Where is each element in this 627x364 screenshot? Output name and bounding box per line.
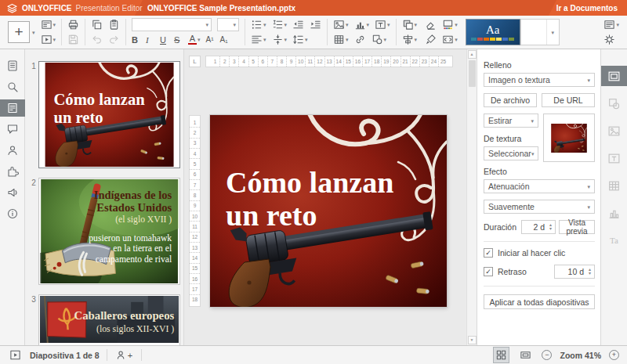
print-button[interactable] [67, 19, 79, 31]
theme-preview[interactable]: Aa [466, 19, 520, 45]
strikeout-button[interactable]: S [174, 34, 183, 46]
zoom-in-button[interactable]: + [609, 350, 619, 360]
document-tab[interactable]: ONLYOFFICE Sample Presentation.pptx [135, 0, 556, 16]
tab-chart-settings[interactable] [601, 203, 627, 223]
insert-table-button[interactable]: ▾ [333, 34, 349, 46]
change-layout-button[interactable]: ▾ [41, 19, 56, 31]
ruler-horizontal[interactable]: 1234567891011121314151617181920212223242… [205, 56, 453, 67]
view-settings-button[interactable]: ▾ [603, 19, 619, 31]
save-button[interactable] [67, 34, 79, 46]
clear-style-button[interactable] [425, 19, 437, 31]
delay-spinner[interactable]: 10 d ▴▾ [554, 265, 595, 279]
ruler-vertical[interactable]: 123456789101112131415161718 [189, 115, 201, 307]
chevron-down-icon[interactable]: ▾ [206, 22, 209, 27]
start-slideshow-status-button[interactable] [8, 348, 23, 362]
font-name-input[interactable] [135, 20, 205, 29]
sidebar-item-file[interactable] [0, 57, 25, 74]
chat-user-icon [6, 144, 19, 157]
numbering-button[interactable]: ▾ [272, 19, 288, 31]
insert-shape-button[interactable]: ▾ [371, 34, 387, 46]
horizontal-align-button[interactable]: ▾ [251, 34, 266, 46]
vertical-align-button[interactable]: ▾ [272, 34, 288, 46]
sidebar-item-search[interactable] [0, 78, 25, 96]
sidebar-item-comments[interactable] [0, 121, 25, 138]
delay-checkbox[interactable]: ✓ [484, 267, 493, 276]
canvas-scrollbar[interactable]: ▲ ▼ [466, 49, 477, 345]
add-user-button[interactable]: + [114, 348, 134, 362]
apply-to-all-slides-button[interactable]: Aplicar a todas diapositivas [484, 294, 595, 309]
sidebar-item-about[interactable] [0, 205, 25, 222]
add-slide-button[interactable]: + [8, 21, 30, 43]
slide-thumbnail-2[interactable]: Indígenas de los Estados Unidos (el sigl… [38, 178, 180, 285]
fit-width-view-button[interactable] [517, 347, 534, 363]
arrange-shapes-button[interactable]: ▾ [402, 19, 418, 31]
tab-text-settings[interactable] [601, 148, 627, 168]
tab-textart-settings[interactable]: Ta [601, 230, 627, 250]
stretch-select[interactable]: Estirar ▾ [484, 114, 538, 128]
chevron-down-icon[interactable]: ▾ [551, 30, 554, 35]
font-size-combo[interactable]: ▾ [217, 18, 239, 31]
slide-thumbnail-1[interactable]: Cómo lanzan un reto [38, 61, 180, 168]
advanced-settings-button[interactable] [603, 34, 615, 46]
start-slideshow-button[interactable]: ▾ [41, 34, 56, 46]
undo-button[interactable] [91, 34, 103, 46]
texture-select[interactable]: Seleccionar ▾ [484, 146, 538, 160]
font-size-input[interactable] [220, 20, 233, 29]
line-spacing-button[interactable]: ▾ [292, 34, 308, 46]
duration-spinner[interactable]: 2 d ▴▾ [521, 220, 556, 234]
copy-style-button[interactable] [425, 34, 437, 46]
scrollbar-thumb[interactable] [469, 60, 476, 87]
font-color-button[interactable]: A ▾ [188, 34, 201, 46]
color-scheme-button[interactable]: ▾ [442, 19, 458, 31]
start-on-click-checkbox[interactable]: ✓ [484, 248, 493, 258]
chevron-down-icon[interactable]: ▾ [234, 22, 237, 27]
insert-hyperlink-button[interactable] [354, 34, 366, 46]
theme-gallery-dropdown[interactable]: ▾ [520, 19, 560, 45]
slide-size-button[interactable]: ▾ [442, 34, 458, 46]
chevron-down-icon[interactable]: ▾ [198, 37, 201, 42]
sidebar-item-chat[interactable] [0, 142, 25, 159]
bold-button[interactable]: B [132, 34, 140, 46]
insert-textbox-button[interactable]: ▾ [375, 19, 390, 31]
insert-chart-button[interactable]: ▾ [354, 19, 370, 31]
subscript-button[interactable]: A₁ [220, 34, 229, 46]
chevron-down-icon[interactable]: ▾ [32, 30, 35, 35]
sidebar-item-feedback[interactable] [0, 184, 25, 201]
tab-table-settings[interactable] [601, 175, 627, 196]
preview-button[interactable]: Vista previa [559, 220, 595, 234]
font-name-combo[interactable]: ▾ [132, 18, 212, 31]
go-to-documents-link[interactable]: Ir a Documentos [556, 4, 627, 13]
spin-down-icon[interactable]: ▾ [549, 227, 552, 231]
current-slide[interactable]: Cómo lanzan un reto [210, 115, 447, 307]
from-url-button[interactable]: De URL [542, 93, 595, 107]
insert-image-button[interactable]: ▾ [333, 19, 349, 31]
tab-slide-settings[interactable] [601, 66, 627, 86]
align-shapes-button[interactable]: ▾ [402, 34, 418, 46]
increase-indent-button[interactable] [310, 19, 321, 31]
italic-button[interactable]: I [146, 34, 154, 46]
superscript-button[interactable]: A¹ [206, 34, 215, 46]
tab-image-settings[interactable] [601, 121, 627, 141]
spin-down-icon[interactable]: ▾ [589, 272, 591, 276]
paste-button[interactable] [108, 19, 120, 31]
scroll-up-icon[interactable]: ▲ [468, 50, 477, 59]
tab-shape-settings[interactable] [601, 93, 627, 114]
from-file-button[interactable]: De archivo [484, 93, 537, 107]
effect-type-select[interactable]: Atenuación ▾ [484, 179, 595, 193]
settings-group: ▾ [600, 19, 623, 46]
decrease-indent-button[interactable] [292, 19, 304, 31]
scroll-down-icon[interactable]: ▼ [468, 336, 477, 344]
ruler-corner[interactable]: L [189, 56, 201, 67]
redo-button[interactable] [108, 34, 120, 46]
zoom-out-button[interactable]: − [542, 350, 552, 360]
sidebar-item-plugins[interactable] [0, 163, 25, 180]
underline-button[interactable]: U [160, 34, 169, 46]
bullets-button[interactable]: ▾ [251, 19, 266, 31]
fit-slide-view-button[interactable] [493, 347, 509, 363]
sidebar-item-slides[interactable] [0, 99, 25, 117]
editing-canvas[interactable]: L 12345678910111213141516171819202122232… [184, 49, 466, 345]
slide-thumbnail-3[interactable]: Caballeros europeos (los siglos XII-XVI … [38, 294, 180, 345]
effect-variant-select[interactable]: Suavemente ▾ [484, 200, 595, 214]
fill-type-select[interactable]: Imagen o textura ▾ [484, 73, 595, 87]
copy-button[interactable] [91, 19, 103, 31]
